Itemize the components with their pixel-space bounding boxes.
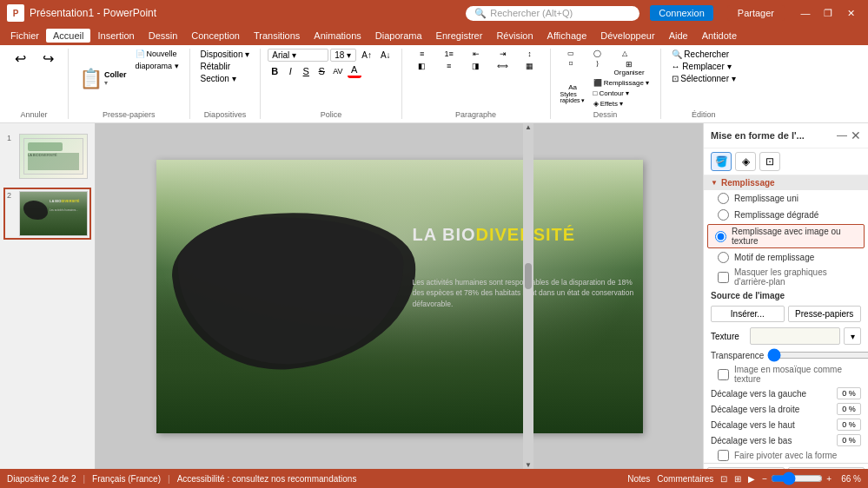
slide-canvas[interactable]: LA BIODIVERSITÉ Les activités humaines s… xyxy=(156,160,643,433)
new-slide-button[interactable]: 📄Nouvelle xyxy=(132,49,182,59)
redo-button[interactable]: ↪ xyxy=(35,49,61,69)
texture-dropdown-btn[interactable]: ▾ xyxy=(844,327,861,345)
fill-image-radio[interactable] xyxy=(715,231,726,242)
offset-right-value[interactable] xyxy=(837,403,861,415)
slide-thumb-1[interactable]: 1 LA BIODIVERSITÉ xyxy=(3,130,91,182)
insert-button[interactable]: Insérer... xyxy=(711,306,785,322)
menu-enregistrer[interactable]: Enregistrer xyxy=(429,29,490,43)
disposition-button[interactable]: Disposition ▾ xyxy=(197,49,254,60)
menu-antidote[interactable]: Antidote xyxy=(695,29,744,43)
font-size-dropdown[interactable]: 18 ▾ xyxy=(330,49,356,62)
decrease-size-button[interactable]: A↓ xyxy=(377,49,394,61)
menu-revision[interactable]: Révision xyxy=(489,29,540,43)
pivot-checkbox[interactable] xyxy=(718,450,729,461)
selectionner-button[interactable]: ⊡ Sélectionner ▾ xyxy=(668,73,739,84)
menu-accueil[interactable]: Accueil xyxy=(46,29,90,43)
columns-button[interactable]: ▦ xyxy=(517,61,543,71)
indent-left-button[interactable]: ⇤ xyxy=(463,49,489,59)
remplacer-button[interactable]: ↔ Remplacer ▾ xyxy=(668,61,735,72)
italic-button[interactable]: I xyxy=(283,65,297,77)
language-indicator[interactable]: Français (France) xyxy=(92,474,161,484)
contour-button[interactable]: □ Contour ▾ xyxy=(590,89,653,98)
menu-insertion[interactable]: Insertion xyxy=(90,29,141,43)
remplissage-ribbon-button[interactable]: ⬛ Remplissage ▾ xyxy=(590,78,653,88)
menu-aide[interactable]: Aide xyxy=(662,29,695,43)
shape2[interactable]: ◯ xyxy=(585,49,611,58)
shape4[interactable]: ⌑ xyxy=(558,59,584,77)
menu-conception[interactable]: Conception xyxy=(184,29,247,43)
menu-developpeur[interactable]: Développeur xyxy=(593,29,661,43)
menu-diaporama[interactable]: Diaporama xyxy=(368,29,429,43)
styles-rapides-button[interactable]: AaStylesrapides ▾ xyxy=(558,82,588,105)
rechercher-button[interactable]: 🔍 Rechercher xyxy=(668,49,732,60)
fontcolor-button[interactable]: A xyxy=(348,63,361,78)
share-button[interactable]: Partager xyxy=(727,5,785,21)
connexion-button[interactable]: Connexion xyxy=(650,5,713,21)
vertical-scrollbar[interactable]: ▲ ▼ xyxy=(523,123,533,469)
menu-animations[interactable]: Animations xyxy=(307,29,368,43)
mosaic-checkbox[interactable] xyxy=(718,369,729,380)
zoom-level[interactable]: 66 % xyxy=(835,474,861,484)
texture-preview[interactable] xyxy=(750,327,840,345)
minimize-button[interactable]: — xyxy=(795,4,816,22)
fill-uni-radio[interactable] xyxy=(718,193,729,204)
font-name-dropdown[interactable]: Arial ▾ xyxy=(268,49,328,62)
spacing-button[interactable]: AV xyxy=(330,66,345,76)
scroll-thumb[interactable] xyxy=(525,263,532,289)
increase-size-button[interactable]: A↑ xyxy=(358,49,375,61)
paste-image-button[interactable]: Presse-papiers xyxy=(788,306,862,322)
view-reading-button[interactable]: ▶ xyxy=(748,474,755,484)
align-right-button[interactable]: ◨ xyxy=(463,61,489,71)
fill-icon-tab[interactable]: 🪣 xyxy=(711,152,732,171)
bold-button[interactable]: B xyxy=(268,65,282,77)
offset-top-value[interactable] xyxy=(837,419,861,431)
menu-affichage[interactable]: Affichage xyxy=(540,29,594,43)
shape5[interactable]: ⟩ xyxy=(585,59,611,77)
notes-button[interactable]: Notes xyxy=(627,474,650,484)
transparency-slider[interactable] xyxy=(767,350,868,360)
menu-dessin[interactable]: Dessin xyxy=(142,29,185,43)
effect-icon-tab[interactable]: ◈ xyxy=(735,152,756,171)
offset-bottom-value[interactable] xyxy=(837,434,861,446)
slide-thumb-2[interactable]: 2 LA BIODIVERSITÉ Les activités humaines… xyxy=(3,188,91,240)
zoom-slider[interactable] xyxy=(771,475,823,482)
linespacing-button[interactable]: ↕ xyxy=(517,49,543,59)
comments-button[interactable]: Commentaires xyxy=(657,474,713,484)
underline-button[interactable]: S xyxy=(299,65,313,77)
justify-button[interactable]: ⟺ xyxy=(490,61,516,71)
accessibility-info[interactable]: Accessibilité : consultez nos recommanda… xyxy=(177,474,357,484)
view-normal-button[interactable]: ⊡ xyxy=(720,474,727,484)
bullet-button[interactable]: ≡ xyxy=(409,49,435,59)
search-bar[interactable]: 🔍 Rechercher (Alt+Q) xyxy=(466,6,639,21)
fill-motif-radio[interactable] xyxy=(718,252,729,263)
menu-fichier[interactable]: Fichier xyxy=(3,29,46,43)
paste-button[interactable]: 📋 Coller ▾ xyxy=(76,49,130,109)
zoom-out-button[interactable]: − xyxy=(762,474,767,484)
offset-left-value[interactable] xyxy=(837,387,861,399)
organise-button[interactable]: ⊞ Organiser xyxy=(612,59,647,77)
view-grid-button[interactable]: ⊞ xyxy=(734,474,741,484)
indent-right-button[interactable]: ⇥ xyxy=(490,49,516,59)
menu-transitions[interactable]: Transitions xyxy=(247,29,307,43)
numbering-button[interactable]: 1≡ xyxy=(436,49,462,59)
undo-button[interactable]: ↩ xyxy=(7,49,33,69)
close-button[interactable]: ✕ xyxy=(840,4,861,22)
panel-close-button[interactable]: ✕ xyxy=(851,129,861,142)
align-left-button[interactable]: ◧ xyxy=(409,61,435,71)
strikethrough-button[interactable]: S xyxy=(315,65,328,77)
fill-degrade-radio[interactable] xyxy=(718,209,729,221)
shape1[interactable]: ▭ xyxy=(558,49,584,58)
scroll-up-button[interactable]: ▲ xyxy=(525,123,532,131)
section-button[interactable]: Section ▾ xyxy=(197,73,240,84)
zoom-in-button[interactable]: + xyxy=(826,474,832,484)
effets-button[interactable]: ◈ Effets ▾ xyxy=(590,99,653,109)
fill-image-row[interactable]: Remplissage avec image ou texture xyxy=(707,224,865,248)
hide-graphics-checkbox[interactable] xyxy=(718,272,729,283)
scroll-down-button[interactable]: ▼ xyxy=(525,461,532,469)
panel-collapse-icon[interactable]: — xyxy=(837,129,847,142)
diapo-button[interactable]: diaporama ▾ xyxy=(132,61,182,71)
align-center-button[interactable]: ≡ xyxy=(436,61,462,71)
size-icon-tab[interactable]: ⊡ xyxy=(759,152,780,171)
shape3[interactable]: △ xyxy=(612,49,638,58)
restore-button[interactable]: ❐ xyxy=(818,4,838,22)
